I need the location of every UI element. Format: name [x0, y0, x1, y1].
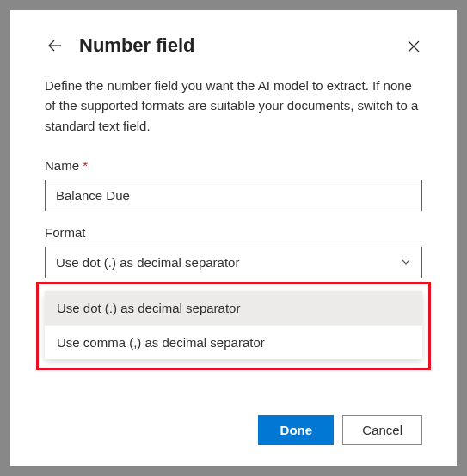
name-label: Name *: [45, 158, 422, 173]
format-dropdown-highlight: Use dot (.) as decimal separator Use com…: [36, 282, 431, 370]
dialog-title: Number field: [79, 34, 194, 57]
dialog-description: Define the number field you want the AI …: [45, 76, 422, 136]
format-select[interactable]: Use dot (.) as decimal separator: [45, 247, 422, 278]
name-label-text: Name: [45, 158, 79, 173]
format-selected-value: Use dot (.) as decimal separator: [56, 255, 239, 270]
dialog-header: Number field: [45, 34, 422, 57]
name-input[interactable]: [45, 180, 422, 211]
number-field-dialog: Number field Define the number field you…: [10, 10, 457, 466]
format-dropdown-list: Use dot (.) as decimal separator Use com…: [45, 291, 422, 359]
dialog-footer: Done Cancel: [258, 415, 422, 445]
format-label: Format: [45, 225, 422, 240]
format-option-dot[interactable]: Use dot (.) as decimal separator: [45, 291, 422, 326]
cancel-button[interactable]: Cancel: [342, 415, 422, 445]
done-button[interactable]: Done: [258, 415, 334, 445]
required-indicator: *: [83, 158, 88, 173]
chevron-down-icon: [401, 257, 411, 267]
format-option-comma[interactable]: Use comma (,) as decimal separator: [45, 326, 422, 359]
close-icon: [408, 40, 420, 52]
back-button[interactable]: [45, 35, 65, 56]
close-button[interactable]: [405, 38, 422, 55]
arrow-left-icon: [47, 38, 63, 53]
